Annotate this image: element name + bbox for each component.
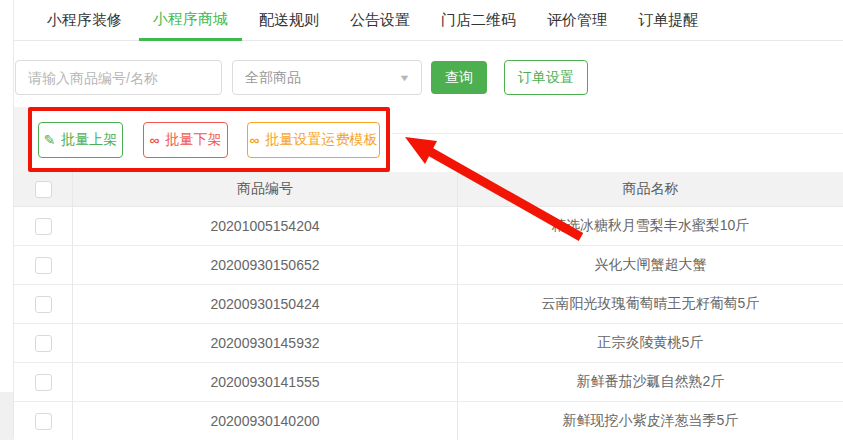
- column-header-product-name: 商品名称: [458, 172, 843, 206]
- tab-delivery-rules[interactable]: 配送规则: [245, 0, 333, 41]
- batch-freight-template-button[interactable]: ∞ 批量设置运费模板: [247, 122, 380, 158]
- chevron-down-icon: ▼: [398, 73, 410, 83]
- product-name: 云南阳光玫瑰葡萄晴王无籽葡萄5斤: [458, 285, 843, 323]
- row-checkbox[interactable]: [35, 335, 52, 352]
- link-icon: ∞: [250, 132, 260, 148]
- product-id: 20200930141555: [73, 363, 458, 401]
- select-all-checkbox[interactable]: [35, 181, 52, 198]
- row-checkbox[interactable]: [35, 413, 52, 430]
- row-checkbox[interactable]: [35, 257, 52, 274]
- link-icon: ∞: [150, 132, 160, 148]
- tab-mini-program-mall[interactable]: 小程序商城: [139, 0, 242, 41]
- product-id: 20200930145932: [73, 324, 458, 362]
- table-top-border: [392, 133, 843, 134]
- tab-mini-program-decorate[interactable]: 小程序装修: [33, 0, 136, 41]
- product-table: 商品编号 商品名称 20201005154204 精选冰糖秋月雪梨丰水蜜梨10斤…: [14, 172, 843, 437]
- product-category-select[interactable]: 全部商品 ▼: [232, 60, 422, 95]
- toolbar-left-strip: [14, 107, 29, 172]
- table-row: 20200930145932 正宗炎陵黄桃5斤: [14, 324, 843, 363]
- column-header-product-id: 商品编号: [73, 172, 458, 206]
- header-checkbox-cell: [14, 172, 73, 206]
- table-row: 20200930150652 兴化大闸蟹超大蟹: [14, 246, 843, 285]
- tab-store-qrcode[interactable]: 门店二维码: [427, 0, 530, 41]
- batch-publish-label: 批量上架: [61, 131, 117, 149]
- batch-publish-button[interactable]: ✎ 批量上架: [38, 122, 123, 158]
- mini-program-mall-page: 小程序装修 小程序商城 配送规则 公告设置 门店二维码 评价管理 订单提醒 全部…: [0, 0, 843, 440]
- category-selected-value: 全部商品: [245, 69, 301, 87]
- product-id: 20200930150652: [73, 246, 458, 284]
- pencil-icon: ✎: [44, 132, 56, 148]
- product-name: 精选冰糖秋月雪梨丰水蜜梨10斤: [458, 207, 843, 245]
- batch-unpublish-button[interactable]: ∞ 批量下架: [143, 122, 228, 158]
- product-id: 20200930150424: [73, 285, 458, 323]
- product-name: 新鲜番茄沙瓤自然熟2斤: [458, 363, 843, 401]
- product-id: 20201005154204: [73, 207, 458, 245]
- row-checkbox[interactable]: [35, 296, 52, 313]
- row-checkbox[interactable]: [35, 374, 52, 391]
- table-row: 20200930141555 新鲜番茄沙瓤自然熟2斤: [14, 363, 843, 402]
- product-name: 正宗炎陵黄桃5斤: [458, 324, 843, 362]
- table-row: 20200930140200 新鲜现挖小紫皮洋葱当季5斤: [14, 402, 843, 440]
- batch-freight-template-label: 批量设置运费模板: [265, 131, 377, 149]
- tab-review-management[interactable]: 评价管理: [533, 0, 621, 41]
- product-name: 兴化大闸蟹超大蟹: [458, 246, 843, 284]
- batch-unpublish-label: 批量下架: [165, 131, 221, 149]
- product-search-input[interactable]: [15, 60, 222, 95]
- query-button[interactable]: 查询: [431, 61, 487, 94]
- order-settings-button[interactable]: 订单设置: [504, 60, 588, 95]
- top-tab-bar: 小程序装修 小程序商城 配送规则 公告设置 门店二维码 评价管理 订单提醒: [14, 0, 843, 41]
- table-row: 20200930150424 云南阳光玫瑰葡萄晴王无籽葡萄5斤: [14, 285, 843, 324]
- table-row: 20201005154204 精选冰糖秋月雪梨丰水蜜梨10斤: [14, 207, 843, 246]
- product-name: 新鲜现挖小紫皮洋葱当季5斤: [458, 402, 843, 440]
- product-id: 20200930140200: [73, 402, 458, 440]
- tab-order-reminder[interactable]: 订单提醒: [624, 0, 712, 41]
- tab-announcement-settings[interactable]: 公告设置: [336, 0, 424, 41]
- page-background-corner: [0, 392, 13, 440]
- row-checkbox[interactable]: [35, 218, 52, 235]
- table-header-row: 商品编号 商品名称: [14, 172, 843, 207]
